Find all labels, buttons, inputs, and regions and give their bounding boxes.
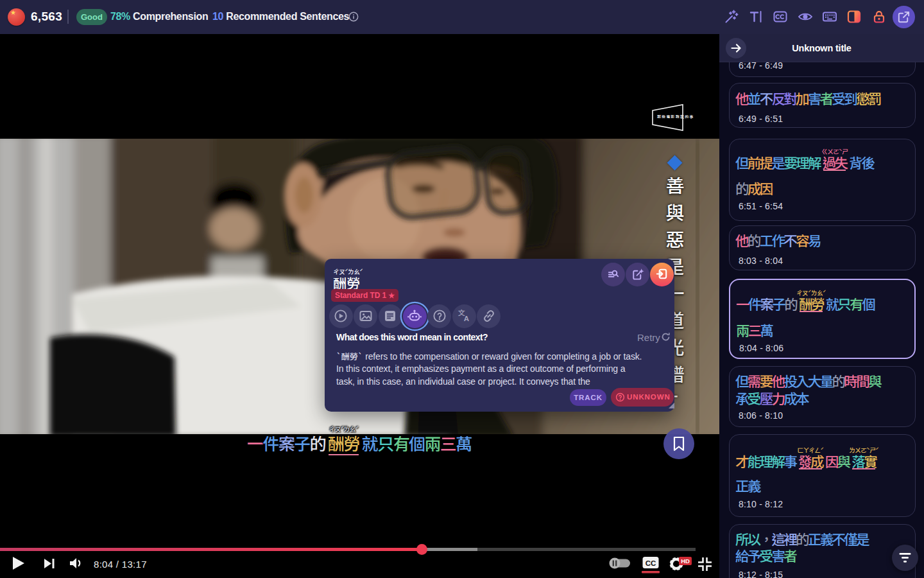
svg-text:HD: HD: [681, 557, 690, 565]
svg-text:CC: CC: [646, 559, 656, 567]
svg-text:A: A: [464, 315, 469, 322]
